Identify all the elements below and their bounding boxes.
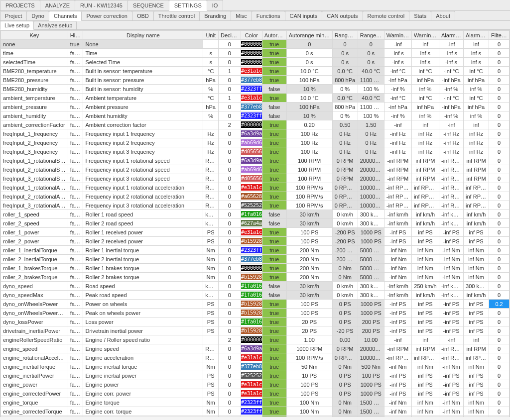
col-header-alarm-low[interactable]: Alarm low <box>439 31 464 40</box>
cell-range-max[interactable]: 40.0 °C <box>358 94 384 103</box>
cell-range-max[interactable]: 10.00 <box>358 335 384 344</box>
cell-hide[interactable]: false <box>68 192 83 201</box>
table-row[interactable]: freqInput_1_rotationalSpeedfalseFrequenc… <box>1 156 510 165</box>
cell-alarm-low[interactable]: -inf Nm <box>439 246 464 255</box>
cell-range-max[interactable]: 200 PS <box>358 317 384 326</box>
cell-warning-high[interactable]: inf PS <box>411 237 439 246</box>
color-swatch[interactable]: #525252 <box>241 202 262 209</box>
cell-range-min[interactable]: -200 Nm <box>332 246 358 255</box>
cell-color[interactable]: #1fa016 <box>241 317 262 326</box>
table-row[interactable]: dyno_speedMaxfalsePeak road speedkm/h0#1… <box>1 291 510 300</box>
cell-range-max[interactable]: 200 PS <box>358 326 384 335</box>
cell-warning-low[interactable]: -inf Nm <box>384 398 411 407</box>
cell-color[interactable]: #377eb8 <box>241 362 262 371</box>
table-row[interactable]: engine_speedfalseEngine speedRPM0#6a3d9a… <box>1 344 510 353</box>
cell-filter[interactable]: 0 <box>489 291 510 300</box>
cell-display-name[interactable]: Ambient correction factor <box>83 120 203 129</box>
cell-warning-high[interactable]: inf PS <box>411 380 439 389</box>
cell-key[interactable]: loadCell_1_value <box>1 416 68 418</box>
cell-alarm-low[interactable]: -inf km/h <box>439 219 464 228</box>
cell-autorange[interactable]: true <box>262 129 286 138</box>
cell-unit[interactable]: PS <box>203 300 219 309</box>
cell-display-name[interactable]: Roller 1 received power <box>83 228 203 237</box>
cell-warning-low[interactable]: -inf hPa <box>384 76 411 85</box>
cell-key[interactable]: roller_2_brakesTorque <box>1 273 68 282</box>
cell-color[interactable]: #377eb8 <box>241 103 262 111</box>
cell-warning-low[interactable]: -inf Hz <box>384 147 411 156</box>
cell-alarm-low[interactable]: -inf Nm <box>439 407 464 416</box>
cell-display-name[interactable]: Engine inertial torque <box>83 362 203 371</box>
cell-autorange-min-span[interactable]: 50 Nm <box>286 362 332 371</box>
cell-color[interactable]: #ab69d6 <box>241 138 262 147</box>
table-row[interactable]: engine_correctedTorquefalseEngine corr. … <box>1 407 510 416</box>
cell-autorange[interactable]: true <box>262 371 286 380</box>
cell-key[interactable]: engine_speed <box>1 344 68 353</box>
cell-unit[interactable]: Nm <box>203 362 219 371</box>
table-row[interactable]: dyno_onWheelsPowerfalsePower on wheelsPS… <box>1 300 510 309</box>
cell-display-name[interactable]: Frequency input 3 rotational acceleratio… <box>83 201 203 210</box>
col-header-range-max[interactable]: Range max <box>358 31 384 40</box>
cell-alarm-high[interactable]: inf PS <box>464 300 489 309</box>
cell-hide[interactable]: false <box>68 228 83 237</box>
col-header-color[interactable]: Color <box>241 31 262 40</box>
cell-alarm-high[interactable]: inf Hz <box>464 147 489 156</box>
cell-alarm-low[interactable]: -inf PS <box>439 300 464 309</box>
cell-unit[interactable]: Nm <box>203 255 219 264</box>
cell-alarm-low[interactable]: -inf km/h <box>439 210 464 219</box>
table-row[interactable]: roller_1_inertialTorquefalseRoller 1 ine… <box>1 246 510 255</box>
cell-color[interactable]: #377eb8 <box>241 76 262 85</box>
cell-filter[interactable]: 0 <box>489 85 510 94</box>
color-swatch[interactable]: #ab69d6 <box>241 139 262 146</box>
table-row[interactable]: dyno_speedfalseRoad speedkm/h0#1fa016fal… <box>1 282 510 291</box>
cell-color[interactable]: #000000 <box>241 49 262 58</box>
table-row[interactable]: loadCell_1_valuefalseLoad cell 1 valueNm… <box>1 416 510 418</box>
cell-unit[interactable]: Nm <box>203 246 219 255</box>
cell-autorange[interactable]: true <box>262 192 286 201</box>
color-swatch[interactable]: #e31a1c <box>241 95 262 101</box>
cell-autorange-min-span[interactable]: 100 Hz <box>286 138 332 147</box>
cell-alarm-high[interactable]: inf km/h <box>464 219 489 228</box>
cell-alarm-low[interactable]: -inf Nm <box>439 273 464 282</box>
cell-hide[interactable]: false <box>68 138 83 147</box>
color-swatch[interactable]: #e31a1c <box>241 354 262 361</box>
cell-unit[interactable]: Hz <box>203 138 219 147</box>
cell-range-min[interactable]: 0 s <box>332 58 358 67</box>
cell-filter[interactable]: 0 <box>489 362 510 371</box>
cell-unit[interactable]: % <box>203 111 219 120</box>
cell-filter[interactable]: 0 <box>489 120 510 129</box>
cell-autorange[interactable]: true <box>262 165 286 174</box>
cell-display-name[interactable]: Peak road speed <box>83 291 203 300</box>
cell-range-min[interactable]: 0 PS <box>332 309 358 317</box>
cell-alarm-low[interactable]: -inf RPM/s <box>439 201 464 210</box>
cell-warning-high[interactable]: inf PS <box>411 317 439 326</box>
cell-range-max[interactable]: 1100 hPa <box>358 103 384 111</box>
cell-range-max[interactable]: 0 Hz <box>358 147 384 156</box>
cell-warning-low[interactable]: -inf km/h <box>384 210 411 219</box>
cell-range-max[interactable]: 1000 PS <box>358 309 384 317</box>
cell-warning-high[interactable]: inf PS <box>411 300 439 309</box>
color-swatch[interactable]: #b15928 <box>241 327 262 334</box>
cell-filter[interactable]: 0 <box>489 156 510 165</box>
cell-autorange[interactable]: true <box>262 344 286 353</box>
cell-filter[interactable]: 0 <box>489 255 510 264</box>
cell-range-min[interactable]: -20 PS <box>332 326 358 335</box>
cell-alarm-high[interactable]: inf °C <box>464 67 489 76</box>
cell-key[interactable]: roller_2_speed <box>1 219 68 228</box>
primary-tab-analyze[interactable]: ANALYZE <box>40 0 75 10</box>
color-swatch[interactable]: #1fa016 <box>241 211 262 217</box>
color-swatch[interactable]: #b15928 <box>241 301 262 307</box>
cell-autorange-min-span[interactable]: 100 RPM/s <box>286 183 332 192</box>
cell-hide[interactable]: false <box>68 398 83 407</box>
cell-autorange-min-span[interactable]: 20 PS <box>286 326 332 335</box>
cell-autorange[interactable]: true <box>262 40 286 49</box>
cell-color[interactable]: #b15928 <box>241 237 262 246</box>
cell-autorange[interactable]: true <box>262 94 286 103</box>
cell-range-max[interactable]: 20000 RPM <box>358 344 384 353</box>
cell-decimals[interactable]: 0 <box>218 228 241 237</box>
cell-autorange[interactable]: true <box>262 138 286 147</box>
cell-display-name[interactable]: Peak on wheels power <box>83 309 203 317</box>
cell-warning-high[interactable]: inf km/h <box>411 291 439 300</box>
color-swatch[interactable]: #6a3d9a <box>241 345 262 352</box>
cell-filter[interactable]: 0 <box>489 58 510 67</box>
color-swatch[interactable]: #000000 <box>241 265 262 271</box>
